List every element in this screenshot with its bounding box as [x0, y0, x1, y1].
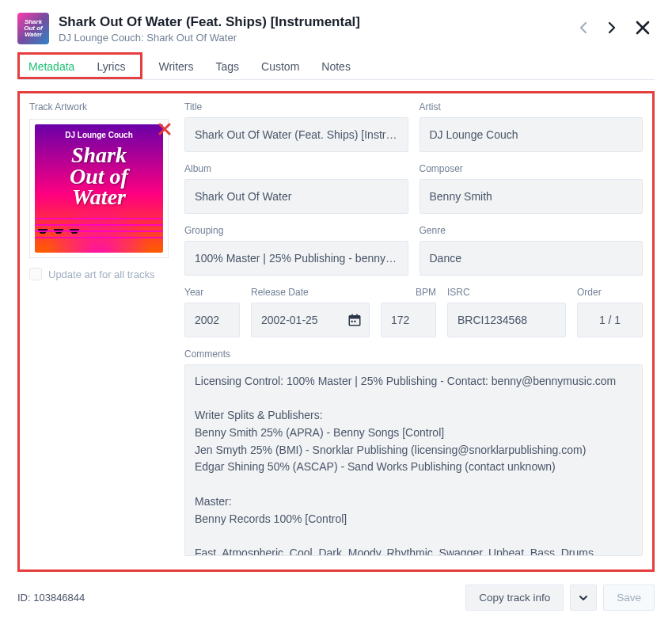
header-artwork-thumb: Shark Out of Water [17, 13, 49, 44]
album-label: Album [184, 163, 408, 174]
composer-label: Composer [420, 163, 644, 174]
track-artwork-box[interactable]: DJ Lounge Couch Shark Out of Water [29, 119, 169, 258]
comments-label: Comments [184, 348, 643, 360]
bpm-label: BPM [381, 287, 436, 298]
tab-notes[interactable]: Notes [310, 55, 362, 79]
tabs-bar: Metadata Lyrics Writers Tags Custom Note… [17, 55, 655, 80]
footer-bar: ID: 103846844 Copy track info Save [17, 585, 655, 611]
isrc-field[interactable] [447, 303, 566, 337]
chevron-left-icon [579, 21, 588, 34]
tab-tags[interactable]: Tags [205, 55, 251, 79]
update-art-label: Update art for all tracks [48, 269, 154, 280]
copy-track-info-button[interactable]: Copy track info [465, 585, 564, 611]
track-header: Shark Out of Water Shark Out Of Water (F… [17, 13, 655, 44]
update-art-checkbox-row[interactable]: Update art for all tracks [29, 268, 170, 280]
tab-custom[interactable]: Custom [250, 55, 310, 79]
album-field[interactable] [184, 179, 408, 214]
artist-field[interactable] [420, 117, 644, 152]
order-field[interactable] [577, 303, 643, 337]
remove-artwork-button[interactable] [158, 120, 171, 140]
order-label: Order [577, 287, 643, 298]
grouping-label: Grouping [184, 225, 408, 236]
genre-field[interactable] [420, 241, 644, 276]
year-label: Year [184, 287, 240, 298]
close-icon [636, 21, 650, 35]
remove-icon [158, 123, 171, 135]
grouping-field[interactable] [184, 241, 408, 276]
title-field[interactable] [184, 117, 408, 152]
track-subtitle: DJ Lounge Couch: Shark Out Of Water [59, 32, 569, 44]
release-date-field[interactable] [251, 303, 370, 337]
artwork-section-label: Track Artwork [29, 101, 170, 112]
tab-writers[interactable]: Writers [147, 55, 204, 79]
update-art-checkbox[interactable] [29, 268, 42, 280]
save-button[interactable]: Save [603, 585, 655, 611]
chevron-down-icon [579, 593, 588, 603]
prev-track-button[interactable] [579, 21, 588, 36]
copy-track-info-dropdown-button[interactable] [570, 585, 597, 611]
track-title: Shark Out Of Water (Feat. Ships) [Instru… [59, 14, 569, 30]
comments-field[interactable] [184, 364, 643, 556]
artwork-main-text: Shark Out of Water [35, 142, 163, 253]
tab-metadata[interactable]: Metadata [17, 55, 85, 79]
next-track-button[interactable] [607, 21, 617, 36]
release-date-label: Release Date [251, 287, 370, 298]
artwork-caption: DJ Lounge Couch [35, 131, 163, 139]
title-label: Title [184, 101, 408, 112]
artist-label: Artist [420, 101, 644, 112]
tab-lyrics[interactable]: Lyrics [85, 55, 136, 79]
year-field[interactable] [184, 303, 240, 337]
composer-field[interactable] [420, 179, 644, 214]
isrc-label: ISRC [447, 287, 566, 298]
track-artwork-image: DJ Lounge Couch Shark Out of Water [35, 124, 163, 253]
bpm-field[interactable] [381, 303, 436, 337]
chevron-right-icon [607, 21, 617, 34]
genre-label: Genre [420, 225, 644, 236]
track-id-label: ID: 103846844 [17, 592, 85, 604]
close-button[interactable] [636, 19, 650, 38]
metadata-panel: Track Artwork DJ Lounge Couch Shark Out … [17, 91, 655, 572]
